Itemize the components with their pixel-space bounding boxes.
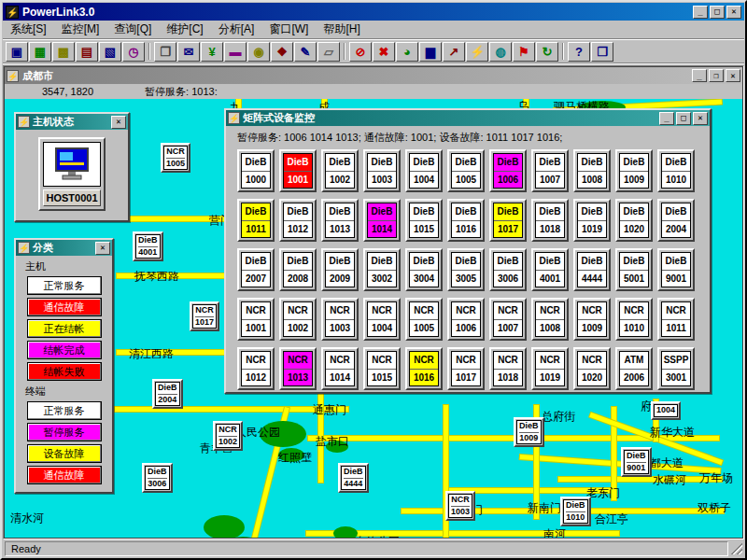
device-cell-DieB-3005[interactable]: DieB3005 <box>447 248 485 291</box>
device-cell-DieB-1018[interactable]: DieB1018 <box>531 199 569 242</box>
device-cell-NCR-1009[interactable]: NCR1009 <box>573 298 611 341</box>
matrix-minimize-button[interactable]: _ <box>659 112 674 125</box>
device-cell-DieB-1006[interactable]: DieB1006 <box>489 149 527 192</box>
device-cell-DieB-1009[interactable]: DieB1009 <box>615 149 653 192</box>
device-cell-DieB-1002[interactable]: DieB1002 <box>321 149 359 192</box>
menu-item-system[interactable]: 系统[S] <box>3 20 54 39</box>
device-cell-NCR-1010[interactable]: NCR1010 <box>615 298 653 341</box>
map-marker-DieB-3006[interactable]: DieB3006 <box>142 463 173 493</box>
device-cell-NCR-1005[interactable]: NCR1005 <box>405 298 443 341</box>
lock-icon[interactable]: ◉ <box>247 42 270 62</box>
device-cell-NCR-1007[interactable]: NCR1007 <box>489 298 527 341</box>
matrix-close-button[interactable]: ✕ <box>693 112 708 125</box>
close-button[interactable]: ✕ <box>726 6 741 19</box>
device-cell-DieB-4001[interactable]: DieB4001 <box>531 248 569 291</box>
menu-item-analyze[interactable]: 分析[A] <box>211 20 262 39</box>
device-cell-DieB-5001[interactable]: DieB5001 <box>615 248 653 291</box>
device-cell-DieB-1012[interactable]: DieB1012 <box>279 199 317 242</box>
report-icon[interactable]: ▤ <box>76 42 98 62</box>
device-cell-DieB-1019[interactable]: DieB1019 <box>573 199 611 242</box>
map-marker-DieB-2004[interactable]: DieB2004 <box>152 379 183 409</box>
device-cell-NCR-1016[interactable]: NCR1016 <box>405 347 443 390</box>
map-icon[interactable]: ▩ <box>52 42 75 62</box>
device-cell-DieB-1013[interactable]: DieB1013 <box>321 199 359 242</box>
device-cell-NCR-1019[interactable]: NCR1019 <box>531 347 569 390</box>
city-restore-button[interactable]: ❐ <box>709 69 724 82</box>
map-marker-DieB-1009[interactable]: DieB1009 <box>514 417 544 447</box>
device-cell-DieB-1011[interactable]: DieB1011 <box>237 199 275 242</box>
globe-icon[interactable]: ◍ <box>489 42 512 62</box>
monitor-icon[interactable]: ▣ <box>6 42 28 62</box>
device-cell-DieB-3004[interactable]: DieB3004 <box>405 248 443 291</box>
refresh-icon[interactable]: ↻ <box>536 42 558 62</box>
device-cell-DieB-9001[interactable]: DieB9001 <box>657 248 695 291</box>
device-cell-NCR-1015[interactable]: NCR1015 <box>363 347 401 390</box>
device-cell-NCR-1012[interactable]: NCR1012 <box>237 347 275 390</box>
clock-icon[interactable]: ◷ <box>122 42 145 62</box>
device-cell-NCR-1011[interactable]: NCR1011 <box>657 298 695 341</box>
bar-chart-icon[interactable]: ▆ <box>419 42 442 62</box>
flag-icon[interactable]: ⚑ <box>513 42 535 62</box>
device-cell-DieB-1005[interactable]: DieB1005 <box>447 149 485 192</box>
device-cell-NCR-1001[interactable]: NCR1001 <box>237 298 275 341</box>
device-cell-DieB-1007[interactable]: DieB1007 <box>531 149 569 192</box>
device-cell-NCR-1013[interactable]: NCR1013 <box>279 347 317 390</box>
map-marker-NCR-1003[interactable]: NCR1003 <box>445 491 475 521</box>
money-icon[interactable]: ¥ <box>201 42 223 62</box>
device-cell-NCR-1002[interactable]: NCR1002 <box>279 298 317 341</box>
map-marker-NCR-1005[interactable]: NCR1005 <box>161 143 190 173</box>
device-cell-DieB-1015[interactable]: DieB1015 <box>405 199 443 242</box>
map-marker-1004[interactable]: 1004 <box>651 401 681 420</box>
eraser-icon[interactable]: ▱ <box>317 42 340 62</box>
device-cell-NCR-1004[interactable]: NCR1004 <box>363 298 401 341</box>
menu-item-window[interactable]: 窗口[W] <box>261 20 316 39</box>
device-cell-NCR-1003[interactable]: NCR1003 <box>321 298 359 341</box>
device-cell-DieB-1017[interactable]: DieB1017 <box>489 199 527 242</box>
device-cell-NCR-1008[interactable]: NCR1008 <box>531 298 569 341</box>
device-cell-DieB-1004[interactable]: DieB1004 <box>405 149 443 192</box>
map-marker-DieB-4444[interactable]: DieB4444 <box>338 463 369 493</box>
device-cell-DieB-1014[interactable]: DieB1014 <box>363 199 401 242</box>
device-cell-DieB-1016[interactable]: DieB1016 <box>447 199 485 242</box>
device-cell-NCR-1014[interactable]: NCR1014 <box>321 347 359 390</box>
device-cell-DieB-3006[interactable]: DieB3006 <box>489 248 527 291</box>
no-entry-icon[interactable]: ⊘ <box>349 42 372 62</box>
city-close-button[interactable]: ✕ <box>726 69 740 82</box>
calendar-icon[interactable]: ▧ <box>99 42 121 62</box>
device-cell-DieB-2004[interactable]: DieB2004 <box>657 199 695 242</box>
menu-item-query[interactable]: 查询[Q] <box>106 20 159 39</box>
device-cell-ATM-2006[interactable]: ATM2006 <box>615 347 653 390</box>
pencil-icon[interactable]: ✎ <box>294 42 317 62</box>
mail-icon[interactable]: ✉ <box>177 42 200 62</box>
device-cell-SSPP-3001[interactable]: SSPP3001 <box>657 347 695 390</box>
device-cell-DieB-1020[interactable]: DieB1020 <box>615 199 653 242</box>
trend-icon[interactable]: ↗ <box>443 42 465 62</box>
resize-grip[interactable] <box>731 543 742 554</box>
map-marker-DieB-1010[interactable]: DieB1010 <box>560 497 591 526</box>
map-marker-NCR-1017[interactable]: NCR1017 <box>190 301 219 331</box>
legend-close-button[interactable]: ✕ <box>95 242 110 255</box>
device-cell-NCR-1020[interactable]: NCR1020 <box>573 347 611 390</box>
host-button[interactable]: HOST0001 <box>38 137 106 211</box>
printer-icon[interactable]: ❐ <box>154 42 176 62</box>
device-cell-DieB-2009[interactable]: DieB2009 <box>321 248 359 291</box>
minimize-button[interactable]: _ <box>693 6 708 19</box>
pie-chart-icon[interactable]: ◕ <box>396 42 418 62</box>
menu-item-maintain[interactable]: 维护[C] <box>159 20 210 39</box>
device-matrix-icon[interactable]: ▦ <box>29 42 51 62</box>
device-cell-DieB-1001[interactable]: DieB1001 <box>279 149 317 192</box>
lightning-icon[interactable]: ⚡ <box>466 42 488 62</box>
device-cell-DieB-1010[interactable]: DieB1010 <box>657 149 695 192</box>
device-cell-DieB-4444[interactable]: DieB4444 <box>573 248 611 291</box>
matrix-maximize-button[interactable]: □ <box>676 112 691 125</box>
window-icon[interactable]: ❒ <box>591 42 613 62</box>
map-marker-DieB-9001[interactable]: DieB9001 <box>621 447 652 477</box>
device-cell-DieB-2007[interactable]: DieB2007 <box>237 248 275 291</box>
device-cell-DieB-1008[interactable]: DieB1008 <box>573 149 611 192</box>
city-minimize-button[interactable]: _ <box>692 69 707 82</box>
cancel-icon[interactable]: ✖ <box>373 42 395 62</box>
menu-item-help[interactable]: 帮助[H] <box>316 20 367 39</box>
device-cell-NCR-1006[interactable]: NCR1006 <box>447 298 485 341</box>
card-icon[interactable]: ▬ <box>224 42 247 62</box>
maximize-button[interactable]: □ <box>710 6 725 19</box>
